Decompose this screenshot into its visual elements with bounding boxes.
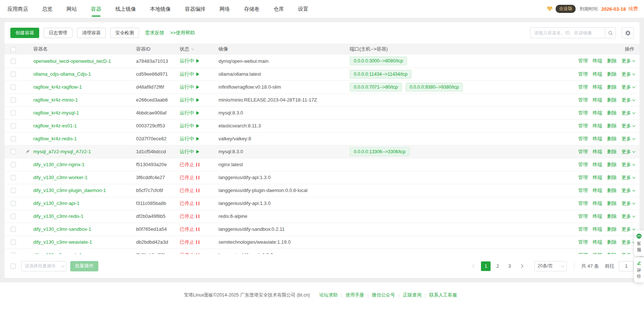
- row-op-delete[interactable]: 删除: [607, 226, 617, 233]
- row-checkbox[interactable]: [11, 59, 16, 64]
- select-all-checkbox[interactable]: [11, 47, 16, 52]
- row-op-delete[interactable]: 删除: [607, 200, 617, 207]
- row-op-manage[interactable]: 管理: [578, 226, 588, 233]
- row-op-more[interactable]: 更多: [621, 213, 634, 220]
- row-op-delete[interactable]: 删除: [607, 97, 617, 103]
- nav-item-appstore[interactable]: 应用商店: [7, 0, 28, 18]
- container-name-link[interactable]: mysql_a7z2-mysql_A7z2-1: [33, 149, 91, 154]
- row-checkbox[interactable]: [11, 214, 16, 219]
- row-op-delete[interactable]: 删除: [607, 58, 617, 64]
- container-name-link[interactable]: dify_v130_c3mr-api-1: [33, 200, 79, 206]
- row-op-terminal[interactable]: 终端: [593, 200, 602, 207]
- nav-item-volumes[interactable]: 存储卷: [244, 0, 260, 18]
- container-name-link[interactable]: ragflow_kr4z-es01-1: [33, 123, 77, 128]
- nav-item-overview[interactable]: 总览: [42, 0, 52, 18]
- footer-link[interactable]: 联系人工客服: [429, 292, 457, 298]
- container-name-link[interactable]: openwebui_iwcd-openwebui_iwcD-1: [33, 58, 111, 64]
- row-op-terminal[interactable]: 终端: [593, 84, 602, 90]
- row-checkbox[interactable]: [11, 188, 16, 193]
- col-header-status[interactable]: 状态: [177, 44, 216, 55]
- row-op-more[interactable]: 更多: [621, 187, 634, 194]
- container-name-link[interactable]: dify_v130_c3mr-weaviate-1: [33, 239, 92, 245]
- search-input[interactable]: [530, 27, 605, 38]
- row-op-more[interactable]: 更多: [621, 174, 634, 181]
- next-page-button[interactable]: [516, 261, 526, 271]
- row-op-terminal[interactable]: 终端: [593, 174, 602, 181]
- nav-item-network[interactable]: 网络: [220, 0, 230, 18]
- row-op-manage[interactable]: 管理: [578, 123, 588, 129]
- row-op-more[interactable]: 更多: [621, 136, 634, 142]
- page-button-2[interactable]: 2: [493, 261, 502, 271]
- page-size-select[interactable]: 20条/页: [534, 261, 567, 271]
- row-op-delete[interactable]: 删除: [607, 148, 617, 155]
- page-button-3[interactable]: 3: [505, 261, 514, 271]
- create-container-button[interactable]: 创建容器: [10, 28, 39, 38]
- row-checkbox[interactable]: [11, 85, 16, 90]
- row-op-manage[interactable]: 管理: [578, 84, 588, 90]
- prev-page-button[interactable]: [469, 261, 479, 271]
- feedback-link[interactable]: 需求反馈: [145, 30, 164, 36]
- row-op-more[interactable]: 更多: [621, 84, 634, 90]
- log-management-button[interactable]: 日志管理: [44, 28, 72, 38]
- row-op-delete[interactable]: 删除: [607, 174, 617, 181]
- row-checkbox[interactable]: [11, 136, 16, 141]
- row-op-more[interactable]: 更多: [621, 239, 634, 246]
- row-checkbox[interactable]: [11, 110, 16, 116]
- row-op-delete[interactable]: 删除: [607, 213, 617, 220]
- row-op-more[interactable]: 更多: [621, 123, 634, 129]
- container-name-link[interactable]: dify_v130_c3mr-sandbox-1: [33, 226, 91, 232]
- nav-item-settings[interactable]: 设置: [298, 0, 308, 18]
- row-op-manage[interactable]: 管理: [578, 97, 588, 103]
- row-op-manage[interactable]: 管理: [578, 148, 588, 155]
- bulk-action-select[interactable]: 请选择批量操作: [21, 261, 67, 271]
- bulk-select-all-checkbox[interactable]: [10, 264, 16, 269]
- security-check-button[interactable]: 安全检测: [110, 28, 139, 38]
- row-op-manage[interactable]: 管理: [578, 58, 588, 64]
- row-op-manage[interactable]: 管理: [578, 161, 588, 168]
- goto-page-input[interactable]: [619, 261, 634, 271]
- row-op-terminal[interactable]: 终端: [593, 213, 602, 220]
- row-op-terminal[interactable]: 终端: [593, 148, 602, 155]
- row-checkbox[interactable]: [11, 201, 16, 206]
- footer-link[interactable]: 微信公众号: [372, 292, 395, 298]
- row-checkbox[interactable]: [11, 162, 16, 167]
- row-op-more[interactable]: 更多: [621, 58, 634, 64]
- nav-item-local-images[interactable]: 本地镜像: [150, 0, 171, 18]
- row-checkbox[interactable]: [11, 227, 16, 232]
- nav-item-online-images[interactable]: 线上镜像: [115, 0, 136, 18]
- renew-link[interactable]: 续费: [628, 6, 638, 12]
- container-name-link[interactable]: ragflow_kr4z-mysql-1: [33, 110, 79, 116]
- row-op-delete[interactable]: 删除: [607, 239, 617, 246]
- nav-item-compose[interactable]: 容器编排: [185, 0, 206, 18]
- row-op-terminal[interactable]: 终端: [593, 226, 602, 233]
- row-op-more[interactable]: 更多: [621, 148, 634, 155]
- row-op-more[interactable]: 更多: [621, 97, 634, 103]
- footer-link[interactable]: 使用手册: [346, 292, 364, 298]
- clean-container-button[interactable]: 清理容器: [77, 28, 106, 38]
- row-op-manage[interactable]: 管理: [578, 174, 588, 181]
- nav-item-containers[interactable]: 容器: [91, 0, 101, 18]
- row-op-terminal[interactable]: 终端: [593, 110, 602, 116]
- row-op-manage[interactable]: 管理: [578, 71, 588, 78]
- row-op-delete[interactable]: 删除: [607, 161, 617, 168]
- settings-button[interactable]: [622, 27, 634, 38]
- container-name-link[interactable]: ragflow_kr4z-minio-1: [33, 97, 78, 103]
- search-button[interactable]: [605, 27, 616, 38]
- row-op-delete[interactable]: 删除: [607, 123, 617, 129]
- container-name-link[interactable]: ragflow_kr4z-redis-1: [33, 136, 77, 141]
- footer-link[interactable]: 论坛求助: [319, 292, 338, 298]
- nav-item-website[interactable]: 网站: [67, 0, 77, 18]
- container-name-link[interactable]: dify_v130_c3mr-plugin_daemon-1: [33, 188, 106, 193]
- row-checkbox[interactable]: [11, 72, 16, 77]
- container-name-link[interactable]: dify_v130_c3mr-web-1: [33, 252, 82, 254]
- row-op-terminal[interactable]: 终端: [593, 123, 602, 129]
- row-checkbox[interactable]: [11, 240, 16, 245]
- container-name-link[interactable]: dify_v130_c3mr-nginx-1: [33, 162, 85, 167]
- row-checkbox[interactable]: [11, 149, 16, 154]
- row-op-manage[interactable]: 管理: [578, 200, 588, 207]
- row-op-delete[interactable]: 删除: [607, 71, 617, 78]
- nav-item-registry[interactable]: 仓库: [274, 0, 284, 18]
- row-op-manage[interactable]: 管理: [578, 213, 588, 220]
- row-op-manage[interactable]: 管理: [578, 239, 588, 246]
- footer-link[interactable]: 正版查询: [403, 292, 421, 298]
